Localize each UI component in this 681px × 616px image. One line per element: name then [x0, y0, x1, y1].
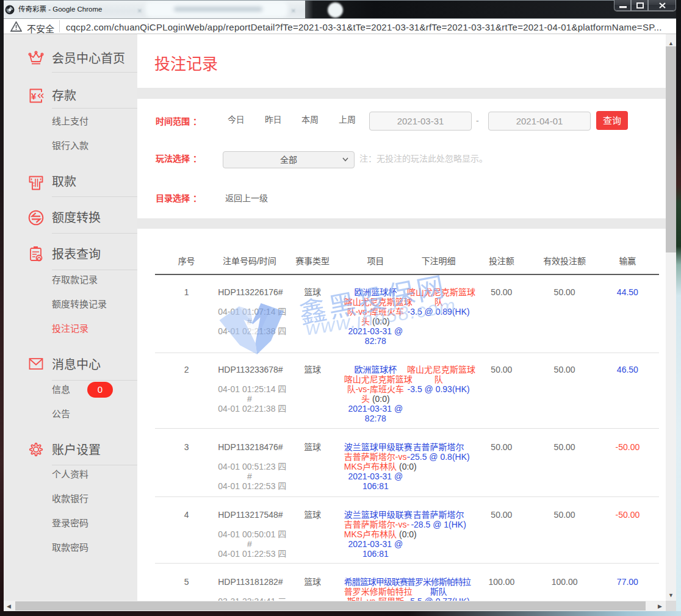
svg-text:¥: ¥: [31, 91, 37, 101]
